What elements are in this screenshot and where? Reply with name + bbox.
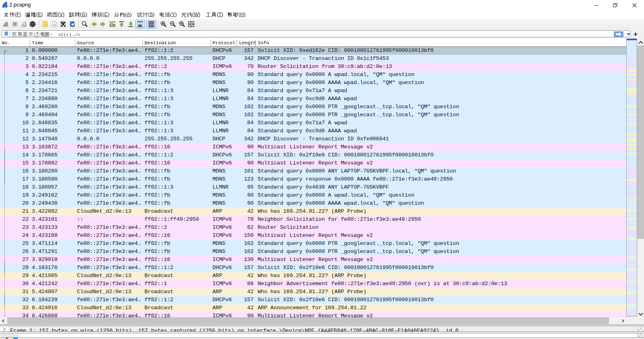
svg-text:010: 010 [53,24,56,26]
